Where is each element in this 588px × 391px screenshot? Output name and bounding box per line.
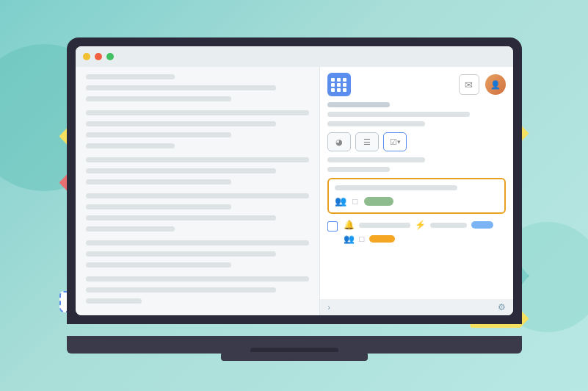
left-group-6 [86,276,310,304]
ph-line [86,215,276,220]
bell-icon: 🔔 [344,220,355,230]
ph-line [86,110,310,115]
user-icon: 👥 [335,196,346,207]
checkbox-item: 🔔 ⚡ 👥 □ [327,220,505,248]
cp-line [327,112,470,117]
screen-content: ✉ 👤 ◕ ☰ ☑ [76,67,513,315]
ph-line [86,168,276,173]
ph-line [86,157,310,162]
ph-line [86,276,310,281]
cp-line [327,102,390,107]
task-card[interactable]: 👥 □ [327,178,505,214]
bottom-arrow[interactable]: › [327,303,330,312]
tab-list[interactable]: ☰ [355,132,379,151]
ph-line [86,204,231,209]
ph-line [86,193,310,198]
card-meta: 👥 □ [335,196,498,207]
bolt-icon: ⚡ [415,220,426,230]
cp-line [327,167,390,172]
checkbox[interactable] [327,221,338,232]
card-title-line [335,185,457,190]
copy-icon: □ [352,196,357,207]
ph-line [86,251,276,257]
toolbar-right: ✉ 👤 [459,74,506,95]
grid-icon-button[interactable] [327,73,351,96]
mail-button[interactable]: ✉ [459,74,479,95]
tab-bar: ◕ ☰ ☑ ▾ [327,132,505,151]
ri-line [430,223,467,228]
left-group-4 [86,193,310,232]
dot-red [95,53,102,60]
ph-line [86,179,231,184]
top-toolbar: ✉ 👤 [327,73,505,96]
content-mid [327,157,505,172]
row-notifications: 🔔 ⚡ [344,220,505,230]
laptop: due date urgent sales offer freelancer p… [67,37,522,354]
screen: ✉ 👤 ◕ ☰ ☑ [76,46,513,315]
tag-blue [471,221,493,229]
left-group-1 [86,74,310,101]
left-group-2 [86,110,310,148]
ph-line [86,85,276,90]
ph-line [86,143,175,148]
gear-icon[interactable]: ⚙ [498,302,506,312]
row-users: 👥 □ [344,234,505,244]
screen-bezel: ✉ 👤 ◕ ☰ ☑ [67,37,522,324]
checkbox-content: 🔔 ⚡ 👥 □ [344,220,505,248]
ph-line [86,96,231,101]
right-panel: ✉ 👤 ◕ ☰ ☑ [320,67,512,315]
cp-line [327,157,425,162]
avatar[interactable]: 👤 [485,74,506,95]
ph-line [86,298,142,304]
ph-line [86,74,175,79]
laptop-stand [221,352,368,361]
laptop-base [67,336,522,354]
ph-line [86,132,231,137]
tag-orange [369,235,395,243]
ri-line [359,223,410,228]
ph-line [86,262,231,268]
cp-line [327,121,425,126]
title-bar [76,46,513,67]
dot-yellow [83,53,90,60]
left-panel [76,67,321,315]
grid-dots [331,78,347,92]
left-group-3 [86,157,310,184]
left-group-5 [86,240,310,268]
tag-green [364,197,393,206]
tab-chart[interactable]: ◕ [327,132,351,151]
content-top [327,102,505,126]
ph-line [86,226,175,232]
bottom-bar: › ⚙ [320,299,512,315]
ph-line [86,287,276,293]
dot-green [106,53,114,60]
tab-check[interactable]: ☑ ▾ [383,132,407,151]
users-icon: 👥 [344,234,355,244]
copy-icon-2: □ [359,234,364,244]
ph-line [86,240,310,245]
ph-line [86,121,276,126]
